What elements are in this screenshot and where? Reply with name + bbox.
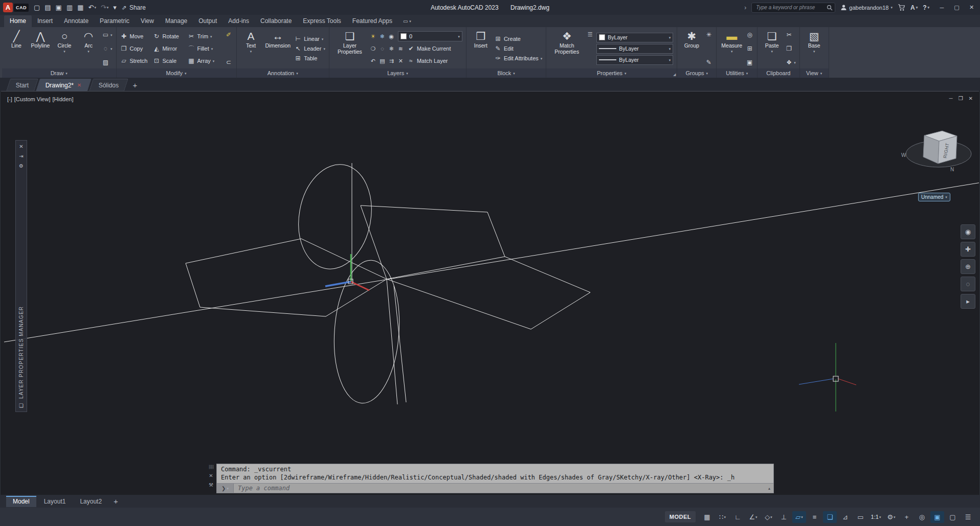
ribbon-tab-manage[interactable]: Manage bbox=[160, 15, 193, 27]
object-color-combo[interactable]: ByLayer ▾ bbox=[596, 33, 673, 42]
layer-off-icon[interactable]: ☀ bbox=[369, 33, 377, 40]
new-layout-button[interactable]: + bbox=[114, 497, 118, 506]
trim-tool[interactable]: ✂Trim▾ bbox=[188, 30, 222, 42]
ellipse-tool-icon[interactable]: ◌▾ bbox=[102, 44, 113, 53]
mirror-tool[interactable]: ◭Mirror bbox=[153, 42, 186, 55]
search-icon[interactable] bbox=[827, 5, 833, 11]
selection-cycling-icon[interactable]: ❏ bbox=[823, 511, 837, 523]
edit-attributes-tool[interactable]: ✑Edit Attributes▾ bbox=[494, 55, 542, 62]
erase-tool-icon[interactable]: ✐ bbox=[225, 30, 233, 39]
dynamic-ucs-icon[interactable]: ⊿ bbox=[838, 511, 852, 523]
snap-icon[interactable]: ∷▾ bbox=[716, 511, 729, 523]
autocad-logo[interactable]: A CAD bbox=[3, 3, 29, 12]
isolate-objects-icon[interactable]: ◎ bbox=[915, 511, 929, 523]
rotate-tool[interactable]: ↻Rotate bbox=[153, 30, 186, 42]
ribbon-tab-output[interactable]: Output bbox=[193, 15, 222, 27]
groups-panel-label[interactable]: Groups ▾ bbox=[677, 68, 716, 78]
palette-title[interactable]: LAYER PROPERTIES MANAGER bbox=[18, 173, 24, 399]
circle-button[interactable]: ○ Circle ▾ bbox=[54, 29, 75, 68]
file-tab-drawing2[interactable]: Drawing2* ✕ bbox=[36, 79, 92, 91]
copy-icon[interactable]: ❐ bbox=[785, 44, 796, 53]
model-space-canvas[interactable]: W N RIGHT bbox=[1, 92, 979, 494]
zoom-icon[interactable]: ⊕ bbox=[961, 259, 975, 274]
copy-tool[interactable]: ❐Copy bbox=[120, 42, 151, 55]
viewcube-ucs-control[interactable]: Unnamed ▾ bbox=[918, 193, 950, 201]
layer-merge-icon[interactable]: ⇉ bbox=[388, 58, 395, 64]
viewcube[interactable]: W N RIGHT bbox=[901, 131, 971, 172]
ribbon-tab-collaborate[interactable]: Collaborate bbox=[255, 15, 297, 27]
dimension-button[interactable]: ↔ Dimension bbox=[264, 29, 292, 68]
make-current-button[interactable]: ✔Make Current bbox=[407, 45, 451, 52]
move-tool[interactable]: ✚Move bbox=[120, 30, 151, 42]
edit-block-tool[interactable]: ✎Edit bbox=[494, 45, 542, 52]
ungroup-icon[interactable]: ✳ bbox=[705, 30, 712, 39]
polyline-button[interactable]: ⋀ Polyline bbox=[30, 29, 51, 68]
clean-screen-icon[interactable]: ▢ bbox=[946, 511, 960, 523]
pan-icon[interactable]: ✚ bbox=[961, 242, 975, 257]
layer-states-icon[interactable]: ▤ bbox=[378, 58, 386, 64]
viewport-controls-visual-style[interactable]: [Hidden] bbox=[53, 96, 74, 102]
osnap-icon[interactable]: ▱▾ bbox=[792, 511, 806, 523]
ribbon-tab-add-ins[interactable]: Add-ins bbox=[222, 15, 255, 27]
otrack-icon[interactable]: ⊥ bbox=[777, 511, 791, 523]
properties-panel-label[interactable]: Properties ▾ ◢ bbox=[546, 68, 677, 78]
viewport-controls-view[interactable]: [Custom View] bbox=[14, 96, 51, 102]
create-block-tool[interactable]: ⊞Create bbox=[494, 35, 542, 42]
file-tab-start[interactable]: Start bbox=[6, 79, 38, 91]
layer-walk-icon[interactable]: ≋ bbox=[397, 45, 405, 52]
dialog-launcher-icon[interactable]: ◢ bbox=[673, 73, 676, 77]
isodraft-icon[interactable]: ◇▾ bbox=[762, 511, 775, 523]
block-panel-label[interactable]: Block ▾ bbox=[466, 68, 546, 78]
palette-settings-icon[interactable]: ⚙ bbox=[19, 163, 24, 169]
properties-list-icon[interactable]: ☰ bbox=[586, 31, 594, 38]
customize-qat-icon[interactable]: ▾ bbox=[113, 4, 117, 11]
linetype-combo[interactable]: ByLayer ▾ bbox=[596, 44, 673, 54]
save-icon[interactable]: ▣ bbox=[56, 4, 62, 11]
annotation-panel-label[interactable]: Annotation ▾ bbox=[237, 68, 329, 78]
group-edit-icon[interactable]: ✎ bbox=[705, 58, 712, 67]
layers-panel-label[interactable]: Layers ▾ bbox=[329, 68, 466, 78]
layer-properties-button[interactable]: ❏ Layer Properties bbox=[333, 29, 367, 68]
group-button[interactable]: ✱ Group bbox=[681, 29, 702, 68]
ribbon-tab-express-tools[interactable]: Express Tools bbox=[297, 15, 346, 27]
workspace-gear-icon[interactable]: ⚙▾ bbox=[884, 511, 898, 523]
palette-close-icon[interactable]: ✕ bbox=[19, 144, 23, 149]
line-button[interactable]: ╱ Line bbox=[6, 29, 27, 68]
command-customize-icon[interactable]: ⚒ bbox=[209, 482, 213, 488]
measure-button[interactable]: ▬ Measure ▾ bbox=[720, 29, 743, 68]
view-panel-label[interactable]: View ▾ bbox=[800, 68, 829, 78]
draw-panel-label[interactable]: Draw ▾ bbox=[2, 68, 116, 78]
ortho-icon[interactable]: ∟ bbox=[731, 511, 745, 523]
scale-tool[interactable]: ⊡Scale bbox=[153, 55, 186, 67]
layer-isolate-icon[interactable]: ❍ bbox=[369, 45, 377, 52]
arc-button[interactable]: ◠ Arc ▾ bbox=[78, 29, 99, 68]
command-close-icon[interactable]: ✕ bbox=[209, 473, 213, 478]
drawing-close-icon[interactable]: ✕ bbox=[969, 96, 973, 101]
file-tab-solidos[interactable]: Sólidos bbox=[89, 79, 128, 91]
layout-tab-model[interactable]: Model bbox=[6, 496, 36, 507]
array-tool[interactable]: ▦Array▾ bbox=[188, 55, 222, 67]
ribbon-tab-annotate[interactable]: Annotate bbox=[58, 15, 94, 27]
hatch-tool-icon[interactable]: ▨ bbox=[102, 58, 113, 67]
new-drawing-tab-button[interactable]: + bbox=[132, 81, 137, 89]
plot-icon[interactable]: ▦ bbox=[77, 4, 83, 11]
wireframe-drawing[interactable] bbox=[4, 158, 979, 405]
rectangle-tool-icon[interactable]: ▭▾ bbox=[102, 30, 113, 39]
model-space-button[interactable]: MODEL bbox=[665, 511, 696, 522]
layer-combo[interactable]: 0 ▾ bbox=[398, 31, 462, 41]
fillet-tool[interactable]: ⌒Fillet▾ bbox=[188, 42, 222, 55]
showmotion-icon[interactable]: ▸ bbox=[961, 294, 975, 309]
open-icon[interactable]: ▤ bbox=[44, 4, 51, 11]
navigation-wheel-icon[interactable]: ◉ bbox=[961, 224, 975, 239]
match-layer-button[interactable]: ≈Match Layer bbox=[407, 57, 448, 64]
new-icon[interactable]: ▢ bbox=[34, 4, 40, 11]
ribbon-tab-featured-apps[interactable]: Featured Apps bbox=[347, 15, 398, 27]
layer-freeze-sel-icon[interactable]: ❄ bbox=[388, 45, 395, 52]
command-input[interactable] bbox=[234, 485, 765, 492]
layout-tab-layout1[interactable]: Layout1 bbox=[37, 496, 73, 507]
viewcube-compass-west[interactable]: W bbox=[901, 152, 906, 158]
paste-button[interactable]: ❏ Paste ▾ bbox=[761, 29, 783, 68]
cart-icon[interactable] bbox=[898, 4, 905, 11]
text-button[interactable]: A Text ▾ bbox=[240, 29, 262, 68]
ribbon-display-toggle[interactable]: ▭ ▾ bbox=[403, 18, 411, 27]
